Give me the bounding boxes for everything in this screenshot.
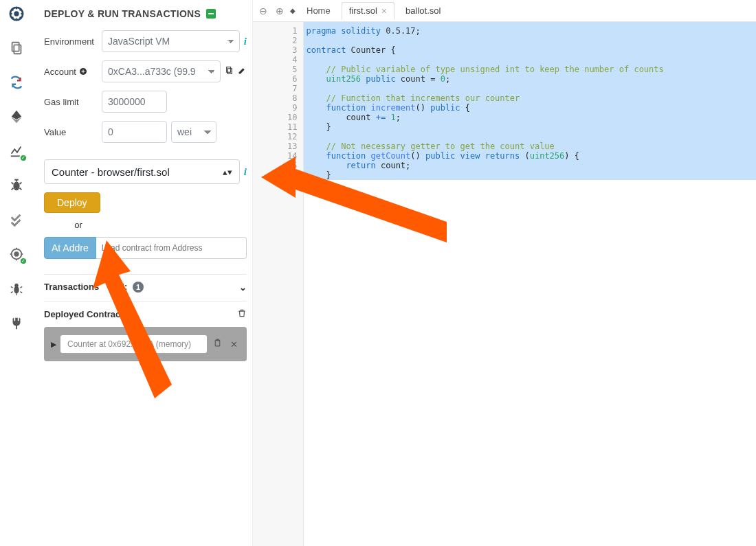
transactions-recorded-section[interactable]: Transactions ied: 1 ⌄ <box>44 274 247 293</box>
debugger-icon[interactable] <box>7 176 26 195</box>
contract-instance: ▶ Counter at 0x692...7 A (memory) ✕ <box>44 327 247 361</box>
editor: ⊖ ⊕ ◆ Home first.sol× ballot.sol 1 2 3 4… <box>253 0 756 546</box>
docs-icon[interactable] <box>206 9 216 19</box>
check-badge-icon <box>19 154 27 162</box>
zoom-in-icon[interactable]: ⊕ <box>274 5 286 16</box>
copy-icon[interactable] <box>225 66 234 77</box>
edit-icon[interactable] <box>238 66 247 77</box>
deploy-panel: DEPLOY & RUN TRANSACTIONS Environment Ja… <box>33 0 253 546</box>
chevron-right-icon[interactable]: ▶ <box>51 340 56 349</box>
updown-icon: ▴▾ <box>223 167 232 177</box>
gas-limit-label: Gas limit <box>44 97 98 107</box>
bug-icon[interactable] <box>7 279 26 298</box>
tab-bar: ⊖ ⊕ ◆ Home first.sol× ballot.sol <box>253 0 756 22</box>
svg-point-1 <box>14 11 19 16</box>
environment-select[interactable]: JavaScript VM <box>102 30 240 52</box>
analysis-icon[interactable] <box>7 141 26 161</box>
tab-ballot[interactable]: ballot.sol <box>399 3 447 19</box>
ethereum-icon: ◆ <box>290 7 296 14</box>
info-icon[interactable]: i <box>244 166 247 178</box>
checkmark-icon[interactable] <box>7 210 26 229</box>
instance-name[interactable]: Counter at 0x692...7 A (memory) <box>60 335 207 353</box>
deploy-button[interactable]: Deploy <box>44 192 100 213</box>
tx-count-badge: 1 <box>133 282 144 293</box>
file-explorer-icon[interactable] <box>7 38 26 58</box>
info-icon[interactable]: i <box>244 36 247 47</box>
close-icon[interactable]: × <box>381 5 387 16</box>
tab-first[interactable]: first.sol× <box>342 2 394 20</box>
clipboard-icon[interactable] <box>211 339 223 350</box>
account-label: Account <box>44 67 98 77</box>
plus-circle-icon[interactable] <box>79 67 87 76</box>
value-label: Value <box>44 127 98 137</box>
line-gutter: 1 2 3 4 5 6 7 8 9 10 11 12 13 14 15 16 <box>253 22 304 546</box>
value-input[interactable] <box>102 121 167 143</box>
panel-title: DEPLOY & RUN TRANSACTIONS <box>44 8 247 19</box>
load-address-input[interactable] <box>96 237 247 259</box>
trash-icon[interactable] <box>237 308 247 320</box>
or-text: or <box>44 220 113 230</box>
logo-icon[interactable] <box>7 4 26 23</box>
environment-label: Environment <box>44 36 98 47</box>
svg-point-8 <box>14 284 19 288</box>
svg-rect-2 <box>12 43 19 52</box>
zoom-out-icon[interactable]: ⊖ <box>257 5 269 16</box>
at-address-button[interactable]: At Addre <box>44 237 96 259</box>
check-badge-icon <box>19 257 27 265</box>
svg-point-6 <box>14 252 19 256</box>
code-area[interactable]: pragma solidity 0.5.17; contract Counter… <box>304 22 756 546</box>
account-select[interactable]: 0xCA3...a733c (99.9 <box>102 60 221 82</box>
svg-point-4 <box>13 182 19 191</box>
svg-rect-3 <box>14 45 21 54</box>
gas-limit-input[interactable] <box>102 91 167 113</box>
gas-icon[interactable] <box>7 244 26 264</box>
tab-home[interactable]: Home <box>300 3 337 19</box>
svg-rect-10 <box>227 67 231 73</box>
close-icon[interactable]: ✕ <box>227 339 240 350</box>
svg-rect-11 <box>227 69 232 74</box>
deploy-icon[interactable] <box>7 107 26 126</box>
chevron-down-icon[interactable]: ⌄ <box>239 282 247 293</box>
value-unit-select[interactable]: wei <box>171 121 216 143</box>
icon-bar <box>0 0 33 546</box>
plugin-icon[interactable] <box>7 313 26 332</box>
deployed-contracts-section: Deployed Contracts <box>44 301 247 320</box>
compiler-icon[interactable] <box>7 73 26 92</box>
contract-select[interactable]: Counter - browser/first.sol ▴▾ <box>44 159 240 184</box>
